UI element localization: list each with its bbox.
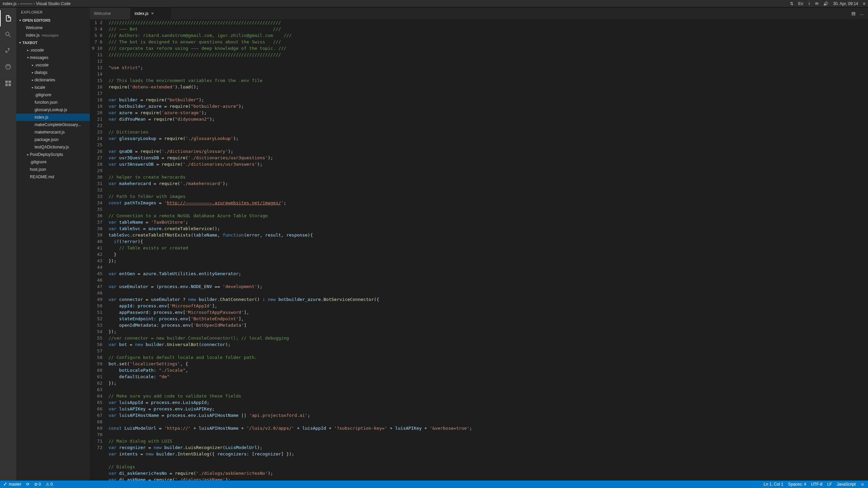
chevron-down-icon: ▾ [18,41,22,44]
close-icon[interactable]: × [151,11,154,16]
warnings-count[interactable]: ⚠ 0 [46,482,53,487]
git-branch[interactable]: master [3,482,21,487]
chevron-icon: ▾ [26,56,30,59]
mail-tray-icon[interactable]: ✉ [815,1,818,6]
workspace-label: TAXBOT [22,41,37,45]
chevron-icon: ▸ [26,48,30,52]
volume-icon[interactable]: 🔊 [823,1,828,6]
activity-scm[interactable] [0,43,16,59]
file-tree-item[interactable]: index.js [16,114,90,121]
sync-button[interactable]: ⟳ [26,482,29,487]
errors-count[interactable]: ⊘ 0 [34,482,41,487]
eol[interactable]: LF [827,482,832,487]
workspace-header[interactable]: ▾ TAXBOT [16,39,90,46]
file-tree: ▸.vscode▾messages▸.vscode▸dialogs▸dictio… [16,46,90,181]
sidebar-title: EXPLORER [16,7,90,17]
status-bar: master ⟳ ⊘ 0 ⚠ 0 Ln 1, Col 1 Spaces: 4 U… [0,481,868,488]
file-tree-item[interactable]: glossaryLookup.js [16,106,90,114]
chevron-icon: ▸ [31,71,35,74]
chevron-icon: ▸ [31,78,35,82]
activity-bar [0,7,16,481]
more-actions-icon[interactable]: … [860,11,864,16]
open-editors-header[interactable]: ▾ OPEN EDITORS [16,17,90,24]
clock[interactable]: 30. Apr, 09:14 [833,1,858,6]
file-tree-item[interactable]: ▸dictionaries [16,76,90,84]
language-mode[interactable]: JavaScript [837,482,856,487]
indentation[interactable]: Spaces: 4 [788,482,806,487]
file-tree-item[interactable]: ▸locale [16,84,90,91]
feedback-icon[interactable]: ☺ [861,482,865,487]
sync-tray-icon[interactable]: ⇅ [790,1,793,6]
system-menu-icon[interactable]: ≡ [863,1,865,6]
file-tree-item[interactable]: package.json [16,136,90,143]
editor-tab[interactable]: index.js× [131,7,171,19]
open-editor-item[interactable]: index.jsmessages [16,32,90,39]
file-tree-item[interactable]: makeCompleteGlossary... [16,121,90,128]
keyboard-lang-icon[interactable]: En [798,1,803,6]
editor-tab[interactable]: Welcome [90,7,131,19]
chevron-icon: ▸ [26,153,30,156]
file-tree-item[interactable]: testQADictionary.js [16,143,90,151]
code-editor[interactable]: 1 2 3 4 5 6 7 8 9 10 11 12 13 14 15 16 1… [90,19,868,481]
code-content[interactable]: ////////////////////////////////////////… [108,19,868,481]
file-tree-item[interactable]: ▸.vscode [16,61,90,69]
open-editors-list: Welcomeindex.jsmessages [16,24,90,39]
editor-area: Welcomeindex.js× ▤ … 1 2 3 4 5 6 7 8 9 1… [90,7,868,481]
sidebar: EXPLORER ▾ OPEN EDITORS Welcomeindex.jsm… [16,7,90,481]
bluetooth-icon[interactable]: ᚼ [808,1,810,6]
chevron-down-icon: ▾ [18,19,22,22]
file-tree-item[interactable]: ▸PostDeployScripts [16,151,90,158]
tab-bar: Welcomeindex.js× ▤ … [90,7,868,19]
file-tree-item[interactable]: ▾messages [16,54,90,61]
activity-debug[interactable] [0,59,16,75]
activity-search[interactable] [0,26,16,43]
file-tree-item[interactable]: host.json [16,166,90,173]
file-tree-item[interactable]: makeherocard.js [16,128,90,136]
open-editors-label: OPEN EDITORS [22,18,51,22]
chevron-icon: ▸ [31,63,35,67]
file-tree-item[interactable]: ▸.vscode [16,46,90,54]
file-tree-item[interactable]: README.md [16,173,90,181]
activity-extensions[interactable] [0,75,16,92]
encoding[interactable]: UTF-8 [811,482,823,487]
window-title: index.js - ——— - Visual Studio Code [3,1,71,6]
file-tree-item[interactable]: .gitignore [16,158,90,166]
file-tree-item[interactable]: .gitignore [16,91,90,99]
file-tree-item[interactable]: function.json [16,99,90,106]
os-menubar: index.js - ——— - Visual Studio Code ⇅ En… [0,0,868,7]
split-editor-icon[interactable]: ▤ [851,11,855,16]
cursor-position[interactable]: Ln 1, Col 1 [764,482,783,487]
activity-explorer[interactable] [0,10,16,26]
file-tree-item[interactable]: ▸dialogs [16,69,90,76]
line-gutter: 1 2 3 4 5 6 7 8 9 10 11 12 13 14 15 16 1… [90,19,108,481]
chevron-icon: ▸ [31,86,35,89]
open-editor-item[interactable]: Welcome [16,24,90,32]
